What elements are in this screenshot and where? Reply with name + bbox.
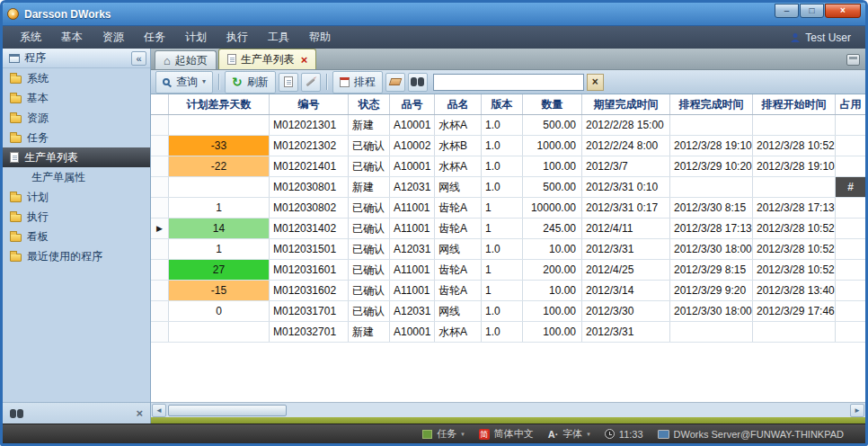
table-row[interactable]: 0M012031701已确认A12031网线1.0100.002012/3/30…	[151, 301, 865, 322]
column-header[interactable]: 状态	[349, 94, 390, 114]
task-icon	[422, 430, 432, 439]
sidebar-item[interactable]: 执行	[3, 207, 150, 227]
table-row[interactable]: M012021301新建A10001水杯A1.0500.002012/2/28 …	[151, 115, 865, 136]
table-row[interactable]: M012032701新建A10001水杯A1.0100.002012/3/31	[151, 322, 865, 343]
cell-expect: 2012/4/25	[582, 260, 670, 280]
table-row[interactable]: -22M012021401已确认A10001水杯A1.0100.002012/3…	[151, 156, 865, 177]
column-header[interactable]: 计划差异天数	[169, 94, 270, 114]
row-selector[interactable]	[151, 115, 169, 135]
row-selector[interactable]	[151, 301, 169, 321]
cell-sched-start	[753, 177, 836, 197]
binoculars-icon	[411, 77, 424, 86]
minimize-button[interactable]: –	[775, 4, 799, 18]
cell-expect: 2012/3/14	[582, 281, 670, 300]
menu-item[interactable]: 资源	[93, 26, 134, 49]
table-row[interactable]: 1M012031501已确认A12031网线1.010.002012/3/312…	[151, 239, 865, 260]
menu-item[interactable]: 计划	[175, 26, 217, 49]
row-selector[interactable]	[151, 156, 169, 176]
cell-no: M012030801	[270, 177, 349, 197]
cell-item-name: 水杯A	[435, 322, 482, 342]
menu-item[interactable]: 任务	[134, 26, 175, 49]
menu-item[interactable]: 执行	[217, 26, 258, 49]
user-indicator[interactable]: Test User	[790, 31, 858, 44]
sidebar-item[interactable]: 资源	[3, 108, 150, 128]
scroll-left-arrow[interactable]: ◄	[152, 404, 166, 417]
sidebar-item[interactable]: 最近使用的程序	[3, 246, 150, 266]
toolbar-search-input[interactable]	[433, 74, 584, 91]
new-button[interactable]	[279, 73, 298, 92]
column-header[interactable]: 品名	[435, 94, 482, 114]
column-header[interactable]: 品号	[390, 94, 435, 114]
row-selector[interactable]: ▶	[151, 219, 169, 238]
row-selector[interactable]	[151, 260, 169, 280]
sidebar-item[interactable]: 系统	[3, 68, 150, 88]
tab-close-icon[interactable]: ×	[301, 54, 308, 66]
sidebar-item[interactable]: 基本	[3, 88, 150, 108]
sidebar-item[interactable]: 看板	[3, 227, 150, 246]
menu-item[interactable]: 帮助	[299, 26, 341, 49]
table-row[interactable]: 1M012030802已确认A11001齿轮A110000.002012/3/3…	[151, 198, 865, 219]
row-selector[interactable]	[151, 136, 169, 156]
row-selector[interactable]	[151, 177, 169, 197]
sidebar-search-close-icon[interactable]: ×	[136, 407, 143, 419]
time-label: 11:33	[619, 429, 643, 440]
home-icon: ⌂	[164, 55, 171, 67]
user-icon	[790, 32, 801, 43]
statusbar-task[interactable]: 任务 ▾	[422, 427, 465, 441]
schedule-button[interactable]: 排程	[332, 71, 383, 94]
cell-expect: 2012/2/28 15:00	[582, 115, 670, 135]
search-binoculars-icon[interactable]	[10, 409, 23, 418]
row-selector[interactable]	[151, 239, 169, 259]
tab-overflow-icon[interactable]	[846, 54, 860, 66]
row-selector[interactable]	[151, 198, 169, 218]
status-bar: 任务 ▾ 简 简体中文 A· 字体 ▾ 11:33 DWorks Server@…	[3, 424, 865, 443]
cell-sched-start	[753, 115, 836, 135]
table-row[interactable]: -15M012031602已确认A11001齿轮A110.002012/3/14…	[151, 281, 865, 301]
menu-item[interactable]: 工具	[258, 26, 299, 49]
scroll-right-arrow[interactable]: ►	[850, 404, 864, 417]
column-header[interactable]: 期望完成时间	[582, 94, 670, 114]
refresh-button[interactable]: ↻ 刷新	[225, 71, 276, 94]
table-row[interactable]: 27M012031601已确认A11001齿轮A1200.002012/4/25…	[151, 260, 865, 281]
cell-qty: 10.00	[523, 281, 582, 300]
column-header[interactable]: 占用	[836, 94, 865, 114]
column-header[interactable]: 排程开始时间	[753, 94, 836, 114]
search-clear-button[interactable]: ×	[587, 74, 604, 91]
sidebar-item[interactable]: 任务	[3, 128, 150, 147]
column-header[interactable]	[151, 94, 169, 114]
edit-button[interactable]	[301, 73, 321, 92]
column-header[interactable]: 版本	[482, 94, 523, 114]
sidebar-item[interactable]: 计划	[3, 187, 150, 207]
column-header[interactable]: 编号	[270, 94, 349, 114]
cell-extra	[836, 260, 865, 280]
maximize-button[interactable]: □	[800, 4, 824, 18]
tab-inactive[interactable]: ⌂起始页	[155, 50, 217, 69]
statusbar-language[interactable]: 简 简体中文	[479, 427, 534, 441]
column-header[interactable]: 排程完成时间	[670, 94, 753, 114]
horizontal-scrollbar[interactable]: ◄ ►	[151, 402, 865, 417]
row-selector[interactable]	[151, 281, 169, 300]
scrollbar-thumb[interactable]	[168, 405, 287, 416]
cell-expect: 2012/3/31 0:10	[582, 177, 670, 197]
column-header[interactable]: 数量	[523, 94, 582, 114]
close-button[interactable]: ×	[825, 4, 861, 18]
clear-schedule-button[interactable]	[385, 73, 405, 92]
menu-item[interactable]: 基本	[51, 26, 93, 49]
statusbar-font[interactable]: A· 字体 ▾	[548, 427, 590, 441]
table-row[interactable]: ▶14M012031402已确认A11001齿轮A1245.002012/4/1…	[151, 219, 865, 239]
tab-active[interactable]: 生产单列表×	[218, 49, 317, 69]
cell-item-name: 网线	[435, 239, 482, 259]
menu-item[interactable]: 系统	[10, 26, 51, 49]
sidebar-item[interactable]: 生产单属性	[3, 167, 150, 187]
sidebar-item[interactable]: 生产单列表	[3, 147, 150, 167]
status-strip	[151, 417, 865, 424]
cell-qty: 100.00	[523, 301, 582, 321]
row-selector[interactable]	[151, 322, 169, 342]
query-button[interactable]: 查询 ▾	[155, 71, 213, 94]
table-row[interactable]: -33M012021302已确认A10002水杯B1.01000.002012/…	[151, 136, 865, 156]
cell-plan-diff-days: -15	[169, 281, 270, 300]
table-row[interactable]: M012030801新建A12031网线1.0500.002012/3/31 0…	[151, 177, 865, 198]
cell-extra	[836, 156, 865, 176]
sidebar-collapse-button[interactable]: «	[131, 51, 146, 66]
find-button[interactable]	[408, 73, 428, 92]
